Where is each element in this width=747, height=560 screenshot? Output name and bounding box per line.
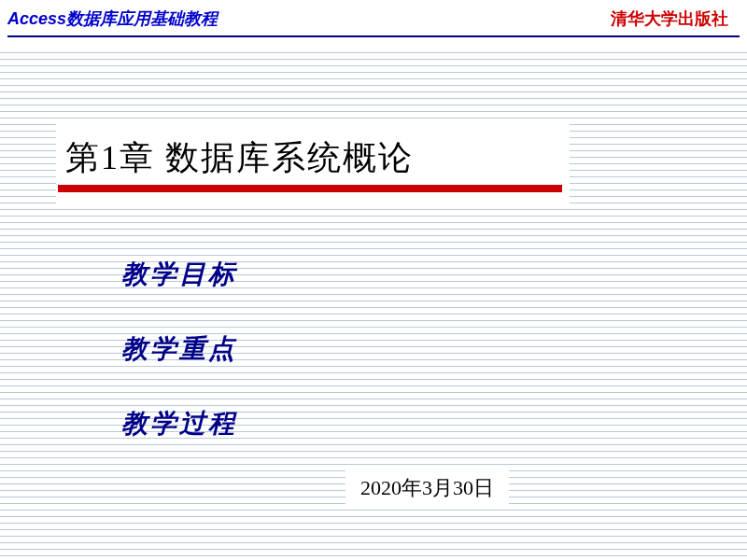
slide-header: Access数据库应用基础教程 清华大学出版社	[0, 0, 747, 34]
header-divider	[7, 35, 740, 37]
section-item-keypoints: 教学重点	[121, 331, 237, 367]
slide-date: 2020年3月30日	[360, 474, 494, 502]
section-list: 教学目标 教学重点 教学过程	[121, 257, 237, 481]
publisher-name: 清华大学出版社	[611, 7, 728, 30]
section-item-objectives: 教学目标	[121, 257, 237, 292]
section-item-process: 教学过程	[121, 406, 237, 441]
title-underline	[58, 185, 562, 192]
chapter-title: 第1章 数据库系统概论	[65, 135, 414, 181]
course-title: Access数据库应用基础教程	[7, 7, 218, 30]
date-container: 2020年3月30日	[345, 470, 509, 506]
